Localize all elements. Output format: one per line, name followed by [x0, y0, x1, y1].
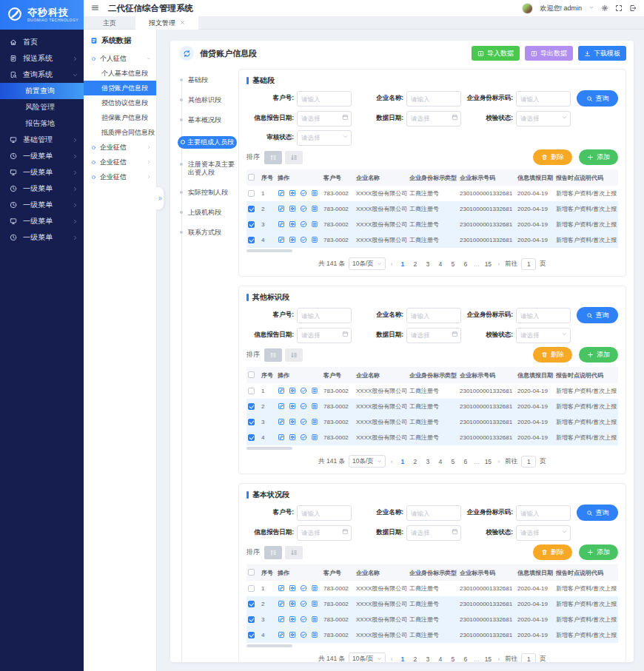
- subnav-group-2[interactable]: 企业征信: [84, 155, 156, 169]
- preview-doc-icon[interactable]: [289, 387, 296, 395]
- preview-doc-icon[interactable]: [289, 189, 296, 198]
- row-checkbox[interactable]: [248, 403, 255, 410]
- text-input[interactable]: [297, 505, 352, 521]
- select-input[interactable]: [516, 111, 571, 127]
- select-input[interactable]: [516, 328, 571, 343]
- preview-doc-icon[interactable]: [289, 584, 296, 593]
- page-number[interactable]: 15: [483, 260, 492, 268]
- page-number[interactable]: 15: [483, 655, 492, 663]
- sidebar-item-5[interactable]: 一级菜单: [0, 164, 84, 181]
- delete-button[interactable]: 删除: [533, 544, 572, 560]
- horizontal-scrollbar[interactable]: [246, 644, 618, 647]
- goto-page-input[interactable]: [521, 456, 536, 468]
- edit-doc-icon[interactable]: [278, 616, 285, 624]
- sidebar-subitem-2-1[interactable]: 风险管理: [0, 99, 84, 115]
- page-number[interactable]: 4: [436, 655, 445, 663]
- edit-doc-icon[interactable]: [278, 205, 285, 213]
- table-row[interactable]: 4783-0002XXXX股份有限公司工商注册号2301000001332681…: [246, 430, 618, 445]
- gear-icon[interactable]: [601, 4, 608, 13]
- header-checkbox[interactable]: [248, 174, 255, 181]
- sidebar-item-4[interactable]: 一级菜单: [0, 148, 84, 164]
- welcome-text[interactable]: 欢迎您! admin: [540, 4, 582, 13]
- row-checkbox[interactable]: [248, 419, 255, 425]
- text-input[interactable]: [406, 308, 461, 323]
- doc-list-icon[interactable]: [311, 631, 318, 639]
- sidebar-subitem-2-0[interactable]: 前置查询: [0, 83, 84, 99]
- date-input[interactable]: [406, 328, 461, 343]
- page-number[interactable]: 6: [461, 458, 470, 465]
- text-input[interactable]: [516, 91, 571, 107]
- edit-doc-icon[interactable]: [278, 600, 285, 608]
- check-circle-icon[interactable]: [300, 418, 307, 426]
- text-input[interactable]: [406, 505, 461, 521]
- text-input[interactable]: [516, 505, 571, 521]
- table-row[interactable]: 1783-0002XXXX股份有限公司工商注册号2301000001332681…: [246, 581, 618, 596]
- scrollbar-thumb[interactable]: [246, 249, 292, 252]
- table-row[interactable]: 2783-0002XXXX股份有限公司工商注册号2301000001332681…: [246, 399, 618, 414]
- date-input[interactable]: [406, 525, 461, 541]
- page-size-select[interactable]: 10条/页: [349, 257, 386, 270]
- preview-doc-icon[interactable]: [289, 434, 296, 442]
- preview-doc-icon[interactable]: [289, 236, 296, 244]
- anchor-item-4[interactable]: 注册资本及主要出资人段: [179, 161, 238, 177]
- next-page-button[interactable]: ›: [496, 458, 501, 465]
- row-checkbox[interactable]: [248, 206, 255, 212]
- search-button[interactable]: 查询: [577, 505, 618, 521]
- check-circle-icon[interactable]: [300, 584, 307, 593]
- page-number[interactable]: 5: [449, 260, 457, 268]
- row-checkbox[interactable]: [248, 388, 255, 394]
- date-input[interactable]: [297, 111, 352, 127]
- subnav-group-1[interactable]: 企业征信: [84, 140, 156, 155]
- page-number[interactable]: 4: [436, 260, 445, 268]
- table-row[interactable]: 4783-0002XXXX股份有限公司工商注册号2301000001332681…: [246, 232, 618, 248]
- sort-asc-button[interactable]: [264, 348, 282, 362]
- doc-list-icon[interactable]: [311, 236, 318, 244]
- text-input[interactable]: [516, 308, 571, 323]
- page-number[interactable]: 6: [461, 260, 470, 268]
- sidebar-item-6[interactable]: 一级菜单: [0, 181, 84, 197]
- edit-doc-icon[interactable]: [278, 189, 285, 198]
- row-checkbox[interactable]: [248, 190, 255, 197]
- user-caret-down-icon[interactable]: [588, 4, 594, 11]
- check-circle-icon[interactable]: [300, 631, 307, 639]
- row-checkbox[interactable]: [248, 616, 255, 623]
- export-data-button[interactable]: 导出数据: [525, 46, 573, 61]
- page-number[interactable]: 2: [411, 260, 420, 268]
- anchor-item-0[interactable]: 基础段: [179, 76, 238, 84]
- sidebar-item-1[interactable]: 报送系统: [0, 50, 84, 67]
- sort-asc-button[interactable]: [264, 151, 282, 164]
- edit-doc-icon[interactable]: [278, 402, 285, 411]
- tab-close-icon[interactable]: [180, 17, 185, 30]
- check-circle-icon[interactable]: [300, 189, 307, 198]
- next-page-button[interactable]: ›: [496, 260, 501, 268]
- row-checkbox[interactable]: [248, 237, 255, 243]
- subnav-item-0-4[interactable]: 抵质押合同信息段: [84, 125, 156, 140]
- preview-doc-icon[interactable]: [289, 205, 296, 213]
- edit-doc-icon[interactable]: [278, 631, 285, 639]
- row-checkbox[interactable]: [248, 632, 255, 638]
- doc-list-icon[interactable]: [311, 616, 318, 624]
- check-circle-icon[interactable]: [300, 387, 307, 395]
- page-number[interactable]: 1: [398, 655, 407, 663]
- doc-list-icon[interactable]: [311, 600, 318, 608]
- table-row[interactable]: 4783-0002XXXX股份有限公司工商注册号2301000001332681…: [246, 627, 618, 643]
- horizontal-scrollbar[interactable]: [246, 447, 618, 450]
- search-button[interactable]: 查询: [577, 307, 618, 323]
- text-input[interactable]: [297, 91, 352, 107]
- preview-doc-icon[interactable]: [289, 402, 296, 411]
- avatar[interactable]: [522, 3, 533, 14]
- anchor-item-1[interactable]: 其他标识段: [179, 96, 238, 104]
- sidebar-item-3[interactable]: 基础管理: [0, 132, 84, 148]
- anchor-item-6[interactable]: 上级机构段: [179, 209, 238, 217]
- delete-button[interactable]: 删除: [533, 347, 572, 363]
- check-circle-icon[interactable]: [300, 434, 307, 442]
- preview-doc-icon[interactable]: [289, 631, 296, 639]
- table-row[interactable]: 2783-0002XXXX股份有限公司工商注册号2301000001332681…: [246, 596, 618, 612]
- table-row[interactable]: 3783-0002XXXX股份有限公司工商注册号2301000001332681…: [246, 612, 618, 627]
- page-number[interactable]: 2: [411, 655, 420, 663]
- subnav-group-3[interactable]: 企业征信: [84, 169, 156, 184]
- check-circle-icon[interactable]: [300, 220, 307, 229]
- preview-doc-icon[interactable]: [289, 418, 296, 426]
- fullscreen-icon[interactable]: [615, 4, 623, 13]
- sidebar-item-9[interactable]: 一级菜单: [0, 229, 84, 246]
